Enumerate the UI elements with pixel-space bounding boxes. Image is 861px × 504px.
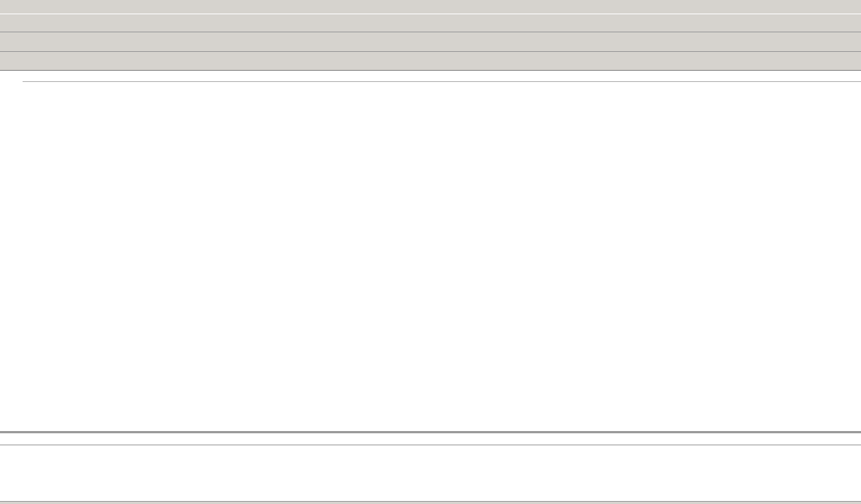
- volume-baseline-band: [0, 431, 861, 433]
- menu-bar: [0, 0, 861, 14]
- date-axis-line: [23, 81, 861, 82]
- drawing-toolbar: [0, 52, 861, 71]
- chart-area[interactable]: [0, 71, 861, 504]
- control-toolbar: [0, 32, 861, 52]
- app-window: [0, 0, 861, 504]
- macd-separator: [0, 445, 861, 445]
- feature-toolbar: [0, 14, 861, 32]
- bottom-band: [0, 501, 861, 504]
- chart-canvas[interactable]: [0, 71, 861, 504]
